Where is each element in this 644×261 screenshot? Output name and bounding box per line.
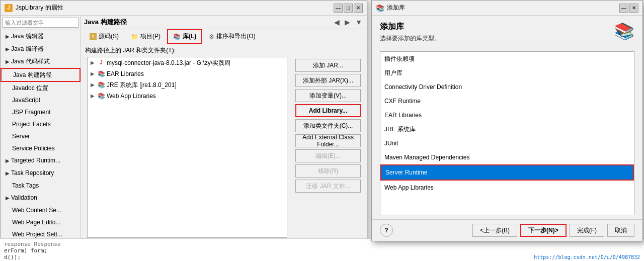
sidebar-item-13[interactable]: ▶Validation bbox=[1, 192, 80, 204]
jar-item-label-3: Web App Libraries bbox=[107, 92, 156, 101]
sidebar-item-8[interactable]: Server bbox=[1, 130, 80, 142]
sidebar-arrow-10: ▶ bbox=[6, 156, 10, 165]
sidebar-item-14[interactable]: Web Content Se... bbox=[1, 204, 80, 216]
jar-item-label-0: mysql-connector-java-8.0.13.jar - G:\zy\… bbox=[107, 58, 230, 67]
main-toolbar: Java 构建路径 ◀ ▶ ▼ bbox=[81, 16, 367, 29]
nav-back-icon[interactable]: ◀ bbox=[333, 18, 341, 26]
jar-list-label: 构建路径上的 JAR 和类文件夹(T): bbox=[81, 44, 367, 57]
nav-down-icon[interactable]: ▼ bbox=[354, 18, 364, 26]
sidebar-item-5[interactable]: JavaScript bbox=[1, 94, 80, 106]
sidebar-item-10[interactable]: ▶Targeted Runtim... bbox=[1, 154, 80, 167]
lib-list-item-1[interactable]: 用户库 bbox=[380, 66, 634, 80]
sidebar-item-label-8: Server bbox=[12, 133, 30, 140]
sidebar-item-label-9: Service Policies bbox=[12, 145, 55, 152]
add-lib-header: 添加库 选择要添加的库类型。 📚 bbox=[372, 16, 642, 47]
add-lib-header-icon: 📚 bbox=[614, 22, 634, 41]
dialog-title-left: J JspLibrary 的属性 bbox=[5, 4, 63, 12]
jar-icon-0: J bbox=[98, 59, 105, 66]
main-panel: Java 构建路径 ◀ ▶ ▼ S 源码(S) 📁 项目(P) 📚 bbox=[81, 16, 367, 260]
action-btn-4[interactable]: 添加类文件夹(C)... bbox=[295, 119, 361, 132]
tab-projects[interactable]: 📁 项目(P) bbox=[125, 30, 166, 43]
tab-source-label: 源码(S) bbox=[99, 32, 119, 41]
dialog-controls: — □ ✕ bbox=[334, 4, 363, 13]
add-lib-minimize-button[interactable]: — bbox=[619, 4, 628, 13]
add-lib-dialog-title: 添加库 bbox=[387, 4, 405, 12]
jar-list-container: ▶Jmysql-connector-java-8.0.13.jar - G:\z… bbox=[87, 57, 287, 238]
sidebar-item-label-0: Java 编辑器 bbox=[11, 33, 44, 40]
code-area-url[interactable]: https://blog.csdn.net/0/u/0/4987832 bbox=[534, 254, 640, 260]
action-btn-8: 迁移 JAR 文件... bbox=[295, 180, 361, 193]
lib-list-item-9[interactable]: Web App Libraries bbox=[380, 181, 634, 195]
nav-forward-icon[interactable]: ▶ bbox=[343, 18, 352, 26]
tab-libraries-label: 库(L) bbox=[183, 32, 196, 41]
sidebar-item-12[interactable]: Task Tags bbox=[1, 180, 80, 192]
code-line-2: erForm) form; bbox=[4, 247, 640, 254]
sidebar-item-label-14: Web Content Se... bbox=[12, 207, 61, 214]
sidebar-item-15[interactable]: Web Page Edito... bbox=[1, 216, 80, 228]
sidebar-item-1[interactable]: ▶Java 编译器 bbox=[1, 43, 80, 55]
sidebar-item-label-12: Task Tags bbox=[12, 182, 39, 189]
action-btn-3[interactable]: Add Library... bbox=[295, 104, 361, 117]
jar-item-3[interactable]: ▶📚Web App Libraries bbox=[88, 91, 287, 102]
projects-tab-icon: 📁 bbox=[131, 33, 138, 40]
tab-source[interactable]: S 源码(S) bbox=[84, 30, 124, 43]
sidebar-item-9[interactable]: Service Policies bbox=[1, 142, 80, 154]
sidebar-arrow-11: ▶ bbox=[6, 169, 10, 178]
tab-order[interactable]: ⚙ 排序和导出(O) bbox=[203, 30, 261, 43]
jar-arrow-1: ▶ bbox=[91, 69, 95, 78]
lib-list-item-7[interactable]: Maven Managed Dependencies bbox=[380, 150, 634, 164]
sidebar-item-label-6: JSP Fragment bbox=[12, 109, 50, 116]
sidebar-item-3[interactable]: Java 构建路径 bbox=[1, 68, 80, 82]
jar-item-2[interactable]: ▶📚JRE 系统库 [jre1.8.0_201] bbox=[88, 79, 287, 91]
add-lib-description: 选择要添加的库类型。 bbox=[380, 34, 440, 43]
sidebar-item-6[interactable]: JSP Fragment bbox=[1, 106, 80, 118]
sidebar-item-0[interactable]: ▶Java 编辑器 bbox=[1, 30, 80, 43]
add-lib-title-icon: 📚 bbox=[376, 4, 384, 12]
finish-button[interactable]: 完成(F) bbox=[570, 224, 604, 237]
lib-list-item-4[interactable]: EAR Libraries bbox=[380, 108, 634, 122]
sidebar-list: ▶Java 编辑器▶Java 编译器▶Java 代码样式Java 构建路径Jav… bbox=[1, 30, 80, 252]
add-lib-title-left: 📚 添加库 bbox=[376, 4, 405, 12]
help-button[interactable]: ? bbox=[380, 224, 393, 237]
minimize-button[interactable]: — bbox=[334, 4, 343, 13]
jar-arrow-3: ▶ bbox=[91, 92, 95, 101]
next-button[interactable]: 下一步(N)> bbox=[520, 224, 567, 237]
cancel-button[interactable]: 取消 bbox=[607, 224, 634, 237]
action-btn-1[interactable]: 添加外部 JAR(X)... bbox=[295, 74, 361, 87]
action-btn-2[interactable]: 添加变量(V)... bbox=[295, 89, 361, 102]
maximize-button[interactable]: □ bbox=[344, 4, 353, 13]
lib-list-item-8[interactable]: Server Runtime bbox=[380, 164, 634, 181]
toolbar-nav: ◀ ▶ ▼ bbox=[333, 18, 364, 26]
sidebar-item-11[interactable]: ▶Task Repository bbox=[1, 167, 80, 180]
buttons-panel: 添加 JAR...添加外部 JAR(X)...添加变量(V)...Add Lib… bbox=[293, 57, 364, 241]
lib-list-item-5[interactable]: JRE 系统库 bbox=[380, 122, 634, 136]
action-btn-7: 移除(R) bbox=[295, 164, 361, 178]
jar-item-label-2: JRE 系统库 [jre1.8.0_201] bbox=[107, 80, 177, 90]
sidebar-item-2[interactable]: ▶Java 代码样式 bbox=[1, 55, 80, 68]
order-tab-icon: ⚙ bbox=[209, 33, 214, 40]
tabs-row: S 源码(S) 📁 项目(P) 📚 库(L) ⚙ 排序和导出(O) bbox=[81, 29, 367, 44]
sidebar-filter-input[interactable] bbox=[3, 18, 78, 28]
action-btn-0[interactable]: 添加 JAR... bbox=[295, 59, 361, 72]
action-btn-5[interactable]: Add External Class Folder... bbox=[295, 134, 361, 147]
lib-list-item-6[interactable]: JUnit bbox=[380, 136, 634, 150]
dialog-content: ▶Java 编辑器▶Java 编译器▶Java 代码样式Java 构建路径Jav… bbox=[1, 16, 367, 260]
close-button[interactable]: ✕ bbox=[354, 4, 363, 13]
lib-list-item-0[interactable]: 插件依赖项 bbox=[380, 52, 634, 66]
main-dialog-title: JspLibrary 的属性 bbox=[16, 4, 63, 12]
jar-item-1[interactable]: ▶📚EAR Libraries bbox=[88, 68, 287, 79]
sidebar-item-4[interactable]: Javadoc 位置 bbox=[1, 82, 80, 94]
sidebar-arrow-13: ▶ bbox=[6, 194, 10, 203]
jar-item-0[interactable]: ▶Jmysql-connector-java-8.0.13.jar - G:\z… bbox=[88, 57, 287, 68]
lib-list-item-2[interactable]: Connectivity Driver Definition bbox=[380, 80, 634, 94]
add-lib-controls: — ✕ bbox=[619, 4, 638, 13]
sidebar-item-label-2: Java 代码样式 bbox=[11, 58, 50, 65]
main-dialog-titlebar: J JspLibrary 的属性 — □ ✕ bbox=[1, 1, 367, 16]
back-button[interactable]: <上一步(B) bbox=[472, 224, 517, 237]
code-line-1: response Response bbox=[4, 241, 640, 247]
tab-libraries[interactable]: 📚 库(L) bbox=[167, 29, 202, 44]
sidebar-item-7[interactable]: Project Facets bbox=[1, 118, 80, 130]
add-lib-close-button[interactable]: ✕ bbox=[629, 4, 638, 13]
lib-list-item-3[interactable]: CXF Runtime bbox=[380, 94, 634, 108]
sidebar-arrow-0: ▶ bbox=[6, 32, 10, 41]
